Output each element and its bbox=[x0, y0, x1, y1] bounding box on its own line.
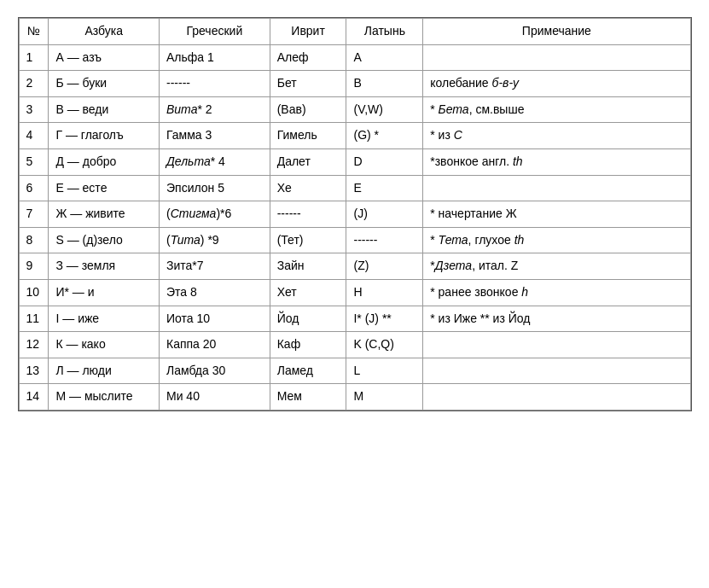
header-greek: Греческий bbox=[160, 19, 270, 45]
cell-hebrew: Хе bbox=[270, 175, 346, 201]
table-row: 3В — ведиВита* 2(Вав)(V,W)* Бета, см.выш… bbox=[19, 96, 690, 123]
table-row: 2Б — буки------БетBколебание б-в-у bbox=[19, 71, 690, 97]
cell-note: * из Иже ** из Йод bbox=[423, 306, 690, 332]
cell-latin: B bbox=[346, 71, 423, 97]
cell-greek: Вита* 2 bbox=[160, 96, 270, 123]
cell-note bbox=[423, 358, 690, 384]
cell-azbuka: Ж — живите bbox=[49, 201, 160, 228]
cell-greek: Гамма 3 bbox=[160, 123, 270, 149]
cell-azbuka: И* — и bbox=[49, 279, 160, 306]
cell-hebrew: Йод bbox=[270, 306, 346, 332]
table-row: 12К — какоКаппа 20КафK (C,Q) bbox=[19, 332, 690, 358]
cell-azbuka: І — иже bbox=[49, 306, 160, 332]
cell-num: 6 bbox=[19, 175, 49, 201]
header-note: Примечание bbox=[423, 19, 690, 45]
cell-num: 9 bbox=[19, 253, 49, 280]
cell-greek: ------ bbox=[160, 71, 270, 97]
table-row: 8S — (д)зело(Тита) *9(Тет)------* Тета, … bbox=[19, 227, 690, 253]
header-num: № bbox=[19, 19, 49, 45]
cell-num: 13 bbox=[19, 358, 49, 384]
cell-greek: Дельта* 4 bbox=[160, 148, 270, 175]
table-row: 5Д — доброДельта* 4ДалетD*звонкое англ. … bbox=[19, 148, 690, 175]
cell-latin: (G) * bbox=[346, 123, 423, 149]
cell-hebrew: (Тет) bbox=[270, 227, 346, 253]
table-row: 7Ж — живите(Стигма)*6------(J)* начертан… bbox=[19, 201, 690, 228]
cell-latin: ------ bbox=[346, 227, 423, 253]
cell-note: * начертание Ж bbox=[423, 201, 690, 228]
cell-greek: Эта 8 bbox=[160, 279, 270, 306]
cell-hebrew: (Вав) bbox=[270, 96, 346, 123]
cell-latin: I* (J) ** bbox=[346, 306, 423, 332]
table-row: 10И* — иЭта 8ХетH* ранее звонкое h bbox=[19, 279, 690, 306]
cell-greek: Каппа 20 bbox=[160, 332, 270, 358]
cell-note: *звонкое англ. th bbox=[423, 148, 690, 175]
cell-latin: L bbox=[346, 358, 423, 384]
cell-azbuka: М — мыслите bbox=[49, 384, 160, 410]
cell-latin: A bbox=[346, 44, 423, 71]
alphabet-table: № Азбука Греческий Иврит Латынь Примечан… bbox=[19, 18, 691, 410]
cell-azbuka: Е — есте bbox=[49, 175, 160, 201]
cell-latin: D bbox=[346, 148, 423, 175]
table-header-row: № Азбука Греческий Иврит Латынь Примечан… bbox=[19, 19, 690, 45]
cell-greek: (Тита) *9 bbox=[160, 227, 270, 253]
cell-hebrew: Мем bbox=[270, 384, 346, 410]
cell-hebrew: Алеф bbox=[270, 44, 346, 71]
cell-hebrew: Каф bbox=[270, 332, 346, 358]
cell-hebrew: Далет bbox=[270, 148, 346, 175]
header-latin: Латынь bbox=[346, 19, 423, 45]
cell-latin: (J) bbox=[346, 201, 423, 228]
header-hebrew: Иврит bbox=[270, 19, 346, 45]
cell-azbuka: Л — люди bbox=[49, 358, 160, 384]
cell-azbuka: S — (д)зело bbox=[49, 227, 160, 253]
cell-num: 10 bbox=[19, 279, 49, 306]
cell-num: 4 bbox=[19, 123, 49, 149]
cell-greek: Эпсилон 5 bbox=[160, 175, 270, 201]
header-azbuka: Азбука bbox=[49, 19, 160, 45]
cell-hebrew: Гимель bbox=[270, 123, 346, 149]
table-row: 4Г — глаголъГамма 3Гимель(G) ** из С bbox=[19, 123, 690, 149]
cell-hebrew: ------ bbox=[270, 201, 346, 228]
table-row: 1А — азъАльфа 1АлефA bbox=[19, 44, 690, 71]
cell-num: 8 bbox=[19, 227, 49, 253]
cell-latin: H bbox=[346, 279, 423, 306]
cell-hebrew: Бет bbox=[270, 71, 346, 97]
table-row: 9З — земляЗита*7Зайн(Z)*Дзета, итал. Z bbox=[19, 253, 690, 280]
cell-latin: (V,W) bbox=[346, 96, 423, 123]
cell-azbuka: В — веди bbox=[49, 96, 160, 123]
cell-num: 12 bbox=[19, 332, 49, 358]
table-row: 13Л — людиЛамбда 30ЛамедL bbox=[19, 358, 690, 384]
cell-azbuka: З — земля bbox=[49, 253, 160, 280]
cell-greek: Зита*7 bbox=[160, 253, 270, 280]
cell-hebrew: Зайн bbox=[270, 253, 346, 280]
cell-note: * Бета, см.выше bbox=[423, 96, 690, 123]
cell-latin: E bbox=[346, 175, 423, 201]
cell-latin: (Z) bbox=[346, 253, 423, 280]
cell-num: 14 bbox=[19, 384, 49, 410]
alphabet-table-container: № Азбука Греческий Иврит Латынь Примечан… bbox=[18, 17, 692, 411]
cell-hebrew: Хет bbox=[270, 279, 346, 306]
cell-greek: Иота 10 bbox=[160, 306, 270, 332]
cell-azbuka: Г — глаголъ bbox=[49, 123, 160, 149]
cell-num: 1 bbox=[19, 44, 49, 71]
cell-greek: Ламбда 30 bbox=[160, 358, 270, 384]
cell-azbuka: Б — буки bbox=[49, 71, 160, 97]
table-row: 14М — мыслитеМи 40МемM bbox=[19, 384, 690, 410]
cell-latin: K (C,Q) bbox=[346, 332, 423, 358]
cell-azbuka: А — азъ bbox=[49, 44, 160, 71]
table-row: 11І — ижеИота 10ЙодI* (J) *** из Иже ** … bbox=[19, 306, 690, 332]
cell-azbuka: К — како bbox=[49, 332, 160, 358]
cell-greek: Альфа 1 bbox=[160, 44, 270, 71]
cell-greek: (Стигма)*6 bbox=[160, 201, 270, 228]
cell-note: *Дзета, итал. Z bbox=[423, 253, 690, 280]
cell-note bbox=[423, 384, 690, 410]
cell-note: колебание б-в-у bbox=[423, 71, 690, 97]
cell-note: * из С bbox=[423, 123, 690, 149]
cell-num: 2 bbox=[19, 71, 49, 97]
cell-latin: M bbox=[346, 384, 423, 410]
cell-note: * Тета, глухое th bbox=[423, 227, 690, 253]
cell-num: 3 bbox=[19, 96, 49, 123]
cell-azbuka: Д — добро bbox=[49, 148, 160, 175]
cell-num: 11 bbox=[19, 306, 49, 332]
cell-greek: Ми 40 bbox=[160, 384, 270, 410]
cell-num: 7 bbox=[19, 201, 49, 228]
